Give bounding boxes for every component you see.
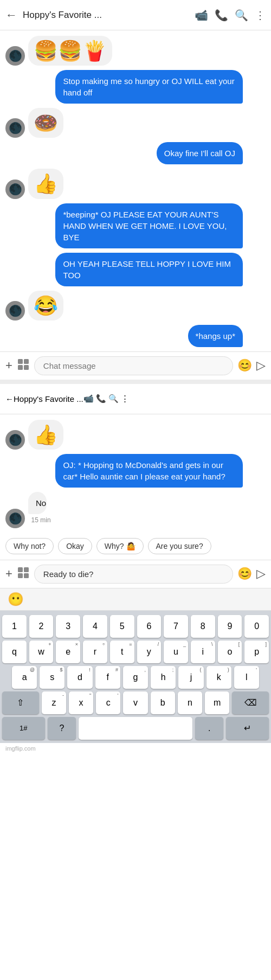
chat-input-bar-1: + 😊 ▷ xyxy=(0,351,271,380)
gallery-button[interactable] xyxy=(17,358,30,374)
key-6[interactable]: 6 xyxy=(137,615,162,638)
key-s[interactable]: s$ xyxy=(40,666,64,689)
back-button-2[interactable]: ← xyxy=(5,394,14,403)
key-v[interactable]: v xyxy=(123,691,147,714)
key-d[interactable]: d! xyxy=(67,666,92,689)
add-attachment-button[interactable]: + xyxy=(5,358,12,373)
key-3[interactable]: 3 xyxy=(56,615,80,638)
emoji-suggestion[interactable]: 😶 xyxy=(8,592,24,607)
more-options-icon[interactable]: ⋮ xyxy=(255,9,266,22)
key-e[interactable]: e× xyxy=(56,640,80,663)
add-attachment-button-2[interactable]: + xyxy=(5,567,12,581)
key-5[interactable]: 5 xyxy=(110,615,134,638)
enter-key[interactable]: ↵ xyxy=(226,717,269,740)
emoji-suggestion-bar: 😶 xyxy=(0,588,271,611)
message-bubble: Stop making me so hungry or OJ WILL eat … xyxy=(55,70,243,104)
quick-reply-are-you-sure[interactable]: Are you sure? xyxy=(148,538,211,554)
send-button[interactable]: ▷ xyxy=(256,358,266,373)
backspace-key[interactable]: ⌫ xyxy=(232,691,269,714)
message-bubble: 🍔🍔🍟 xyxy=(28,36,112,66)
key-7[interactable]: 7 xyxy=(164,615,188,638)
svg-rect-1 xyxy=(24,359,29,364)
key-t[interactable]: t= xyxy=(110,640,134,663)
space-key[interactable] xyxy=(79,717,192,740)
message-bubble: 👍 xyxy=(28,420,63,450)
quick-reply-okay[interactable]: Okay xyxy=(58,538,92,554)
phone-call-icon[interactable]: 📞 xyxy=(215,9,228,22)
message-row: OH YEAH PLEASE TELL HOPPY I LOVE HIM TOO xyxy=(5,253,266,286)
back-button[interactable]: ← xyxy=(5,8,17,22)
gallery-button-2[interactable] xyxy=(17,566,30,582)
top-header: ← Hoppy's Favorite ... 📹 📞 🔍 ⋮ xyxy=(0,0,271,30)
keyboard-bottom-row: 1# ? . ↵ xyxy=(2,717,269,740)
video-call-icon[interactable]: 📹 xyxy=(195,9,208,22)
chat-title: Hoppy's Favorite ... xyxy=(23,10,195,21)
key-r[interactable]: r÷ xyxy=(83,640,107,663)
search-icon[interactable]: 🔍 xyxy=(235,9,248,22)
key-l[interactable]: l' xyxy=(234,666,259,689)
video-call-icon-2[interactable]: 📹 xyxy=(83,394,94,403)
key-a[interactable]: a@ xyxy=(12,666,37,689)
emoji-button-2[interactable]: 😊 xyxy=(237,567,252,581)
key-f[interactable]: f# xyxy=(95,666,120,689)
avatar: 🌑 xyxy=(5,509,25,528)
watermark: imgflip.com xyxy=(0,743,271,754)
key-c[interactable]: c' xyxy=(96,691,120,714)
key-0[interactable]: 0 xyxy=(244,615,269,638)
period-key[interactable]: . xyxy=(195,717,223,740)
key-4[interactable]: 4 xyxy=(83,615,107,638)
key-p[interactable]: p] xyxy=(244,640,269,663)
more-options-icon-2[interactable]: ⋮ xyxy=(121,394,129,403)
message-row: 🌑 😂 xyxy=(5,291,266,321)
chat-message-input-2[interactable] xyxy=(34,565,233,584)
avatar: 🌑 xyxy=(5,430,25,450)
key-h[interactable]: h; xyxy=(151,666,176,689)
key-i[interactable]: i\ xyxy=(191,640,215,663)
key-k[interactable]: k) xyxy=(207,666,231,689)
keyboard-row-numbers: 1 2 3 4 5 6 7 8 9 0 xyxy=(2,615,269,638)
message-bubble: *beeping* OJ PLEASE EAT YOUR AUNT'S HAND… xyxy=(55,203,243,248)
svg-rect-3 xyxy=(24,365,29,370)
phone-call-icon-2[interactable]: 📞 xyxy=(96,394,106,403)
svg-rect-2 xyxy=(18,365,23,370)
svg-rect-6 xyxy=(18,573,23,578)
key-j[interactable]: j( xyxy=(178,666,203,689)
key-z[interactable]: z- xyxy=(42,691,66,714)
chat-input-bar-2: + 😊 ▷ xyxy=(0,560,271,588)
message-row: Stop making me so hungry or OJ WILL eat … xyxy=(5,70,266,104)
message-row: 🌑 🍩 xyxy=(5,108,266,138)
key-x[interactable]: x" xyxy=(69,691,93,714)
shift-key[interactable]: ⇧ xyxy=(2,691,39,714)
key-y[interactable]: y/ xyxy=(137,640,162,663)
key-m[interactable]: m xyxy=(205,691,229,714)
key-b[interactable]: b xyxy=(151,691,175,714)
svg-rect-0 xyxy=(18,359,23,364)
chat-message-input[interactable] xyxy=(34,356,233,375)
comma-key[interactable]: ? xyxy=(48,717,76,740)
key-1[interactable]: 1 xyxy=(2,615,27,638)
quick-reply-why[interactable]: Why? 🤷 xyxy=(96,538,144,554)
key-n[interactable]: n xyxy=(178,691,202,714)
key-w[interactable]: w+ xyxy=(29,640,54,663)
key-8[interactable]: 8 xyxy=(191,615,215,638)
send-button-2[interactable]: ▷ xyxy=(256,567,266,581)
message-bubble: OJ: * Hopping to McDonald's and gets in … xyxy=(55,454,243,488)
message-row: 🌑 👍 xyxy=(5,169,266,198)
key-g[interactable]: g, xyxy=(123,666,148,689)
keyboard-row-zxcv: ⇧ z- x" c' v b n m ⌫ xyxy=(2,691,269,714)
quick-reply-why-not[interactable]: Why not? xyxy=(5,538,54,554)
key-u[interactable]: u_ xyxy=(164,640,188,663)
chat-area-2: 🌑 👍 OJ: * Hopping to McDonald's and gets… xyxy=(0,414,271,528)
avatar: 🌑 xyxy=(5,118,25,138)
message-row: OJ: * Hopping to McDonald's and gets in … xyxy=(5,454,266,488)
key-o[interactable]: o[ xyxy=(218,640,242,663)
search-icon-2[interactable]: 🔍 xyxy=(108,394,119,403)
key-2[interactable]: 2 xyxy=(29,615,54,638)
keyboard-row-qwerty: q w+ e× r÷ t= y/ u_ i\ o[ p] xyxy=(2,640,269,663)
key-9[interactable]: 9 xyxy=(218,615,242,638)
key-q[interactable]: q xyxy=(2,640,27,663)
avatar: 🌑 xyxy=(5,180,25,199)
message-row: 🌑 🍔🍔🍟 xyxy=(5,36,266,66)
emoji-button[interactable]: 😊 xyxy=(237,358,252,373)
symbols-key[interactable]: 1# xyxy=(2,717,45,740)
